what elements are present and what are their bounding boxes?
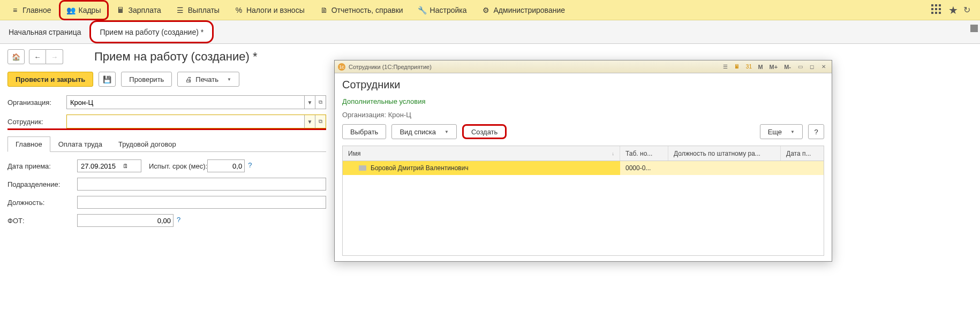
- save-button[interactable]: 💾: [99, 72, 116, 87]
- calculator-icon: 🖩: [116, 6, 125, 14]
- probation-label: Испыт. срок (мес):: [149, 162, 207, 170]
- col-date[interactable]: Дата п...: [781, 146, 824, 161]
- sort-down-icon: ↓: [612, 151, 615, 156]
- org-row: Организация: ▼ ⧉: [7, 95, 326, 109]
- menu-admin[interactable]: ⚙ Администрирование: [474, 0, 573, 20]
- fot-label: ФОТ:: [7, 217, 77, 225]
- tb-icon[interactable]: ☰: [720, 63, 730, 71]
- create-button[interactable]: Создать: [462, 124, 507, 139]
- m-button[interactable]: M: [756, 63, 765, 71]
- col-tab[interactable]: Таб. но...: [620, 146, 668, 161]
- row-tab: 0000-0...: [620, 161, 668, 175]
- history-icon[interactable]: ↻: [963, 5, 970, 15]
- tab-main[interactable]: Главное: [7, 136, 50, 152]
- position-label: Должность:: [7, 199, 77, 207]
- position-input[interactable]: [77, 196, 326, 209]
- document-icon: 🗎: [320, 6, 328, 14]
- person-icon: [359, 165, 366, 171]
- dialog-body: Сотрудники Дополнительные условия Органи…: [335, 73, 832, 261]
- print-button[interactable]: 🖨 Печать: [177, 72, 239, 87]
- menu-label: Выплаты: [188, 6, 220, 14]
- date-row: Дата приема: 🗓 Испыт. срок (мес): ?: [7, 159, 326, 172]
- tab-contract[interactable]: Трудовой договор: [110, 136, 184, 151]
- menu-label: Отчетность, справки: [331, 6, 403, 14]
- page-title: Прием на работу (создание) *: [94, 50, 257, 64]
- dialog-toolbar: Выбрать Вид списка Создать Еще ?: [342, 124, 824, 139]
- probation-input[interactable]: [207, 159, 245, 172]
- menu-zarplata[interactable]: 🖩 Зарплата: [109, 0, 168, 20]
- more-button[interactable]: Еще: [760, 124, 803, 139]
- check-button[interactable]: Проверить: [121, 72, 172, 87]
- list-icon: ☰: [176, 6, 185, 14]
- minimize-icon[interactable]: ▭: [795, 63, 805, 71]
- emp-input-wrap: ▼ ⧉: [66, 115, 326, 128]
- listview-button[interactable]: Вид списка: [391, 124, 457, 139]
- org-input[interactable]: [67, 96, 304, 109]
- org-input-wrap: ▼ ⧉: [66, 95, 326, 109]
- maximize-icon[interactable]: ◻: [807, 63, 817, 71]
- row-position: [668, 161, 781, 175]
- mplus-button[interactable]: M+: [767, 63, 780, 71]
- row-date: [781, 161, 824, 175]
- date-label: Дата приема:: [7, 162, 77, 170]
- date-input-wrap: 🗓: [77, 159, 141, 172]
- dropdown-icon[interactable]: ▼: [304, 115, 315, 128]
- open-icon[interactable]: ⧉: [315, 96, 326, 109]
- help-icon[interactable]: ?: [248, 161, 258, 171]
- emp-input[interactable]: [67, 115, 304, 128]
- apps-grid-icon[interactable]: [931, 4, 943, 16]
- dialog-title: Сотрудники: [342, 79, 824, 91]
- top-menu-bar: ≡ Главное 👥 Кадры 🖩 Зарплата ☰ Выплаты %…: [0, 0, 980, 20]
- dialog-window-title: Сотрудники (1С:Предприятие): [349, 64, 432, 70]
- org-label: Организация:: [7, 98, 66, 106]
- table-header: Имя ↓ Таб. но... Должность по штатному р…: [343, 146, 824, 161]
- mminus-button[interactable]: M-: [782, 63, 793, 71]
- table-row[interactable]: Боровой Дмитрий Валентинович 0000-0...: [343, 161, 824, 175]
- calc-icon[interactable]: 🖩: [732, 63, 742, 71]
- col-name-label: Имя: [348, 150, 360, 157]
- employees-table: Имя ↓ Таб. но... Должность по штатному р…: [342, 146, 824, 256]
- dept-input[interactable]: [77, 178, 326, 191]
- dropdown-icon[interactable]: ▼: [304, 96, 315, 109]
- side-icon[interactable]: [970, 25, 978, 32]
- back-button[interactable]: ←: [29, 49, 46, 64]
- help-button[interactable]: ?: [808, 124, 824, 139]
- menu-main[interactable]: ≡ Главное: [3, 0, 59, 20]
- employees-dialog: 1c Сотрудники (1С:Предприятие) ☰ 🖩 31 M …: [334, 60, 832, 262]
- toolbar: Провести и закрыть 💾 Проверить 🖨 Печать: [7, 72, 326, 87]
- calendar-icon[interactable]: 🗓: [123, 163, 129, 169]
- calendar-icon[interactable]: 31: [744, 63, 753, 71]
- fot-input[interactable]: [77, 214, 174, 227]
- menu-nastroika[interactable]: 🔧 Настройка: [411, 0, 474, 20]
- crumb-home[interactable]: Начальная страница: [0, 20, 89, 43]
- position-row: Должность:: [7, 196, 326, 209]
- open-icon[interactable]: ⧉: [315, 115, 326, 128]
- dept-row: Подразделение:: [7, 178, 326, 191]
- post-and-close-button[interactable]: Провести и закрыть: [7, 72, 93, 87]
- menu-nalogi[interactable]: % Налоги и взносы: [227, 0, 312, 20]
- favorite-icon[interactable]: ★: [948, 4, 958, 17]
- emp-row: Сотрудник: ▼ ⧉: [7, 115, 326, 130]
- gear-icon: ⚙: [482, 6, 491, 14]
- extra-conditions-link[interactable]: Дополнительные условия: [342, 97, 824, 105]
- people-icon: 👥: [67, 6, 76, 14]
- printer-icon: 🖨: [185, 75, 192, 83]
- col-position[interactable]: Должность по штатному ра...: [668, 146, 781, 161]
- help-icon[interactable]: ?: [177, 216, 186, 225]
- date-input[interactable]: [80, 162, 123, 171]
- percent-icon: %: [235, 6, 243, 14]
- col-name[interactable]: Имя ↓: [343, 146, 620, 161]
- menu-label: Кадры: [79, 6, 101, 14]
- close-icon[interactable]: ✕: [819, 63, 828, 71]
- crumb-current[interactable]: Прием на работу (создание) *: [89, 20, 214, 43]
- menu-kadry[interactable]: 👥 Кадры: [59, 0, 109, 20]
- menu-label: Администрирование: [494, 6, 566, 14]
- dialog-titlebar[interactable]: 1c Сотрудники (1С:Предприятие) ☰ 🖩 31 M …: [335, 60, 832, 73]
- hamburger-icon: ≡: [11, 6, 19, 14]
- menu-otchet[interactable]: 🗎 Отчетность, справки: [312, 0, 411, 20]
- forward-button[interactable]: →: [46, 49, 63, 64]
- home-button[interactable]: 🏠: [7, 49, 25, 64]
- select-button[interactable]: Выбрать: [342, 124, 386, 139]
- tab-pay[interactable]: Оплата труда: [50, 136, 110, 151]
- menu-vyplaty[interactable]: ☰ Выплаты: [169, 0, 227, 20]
